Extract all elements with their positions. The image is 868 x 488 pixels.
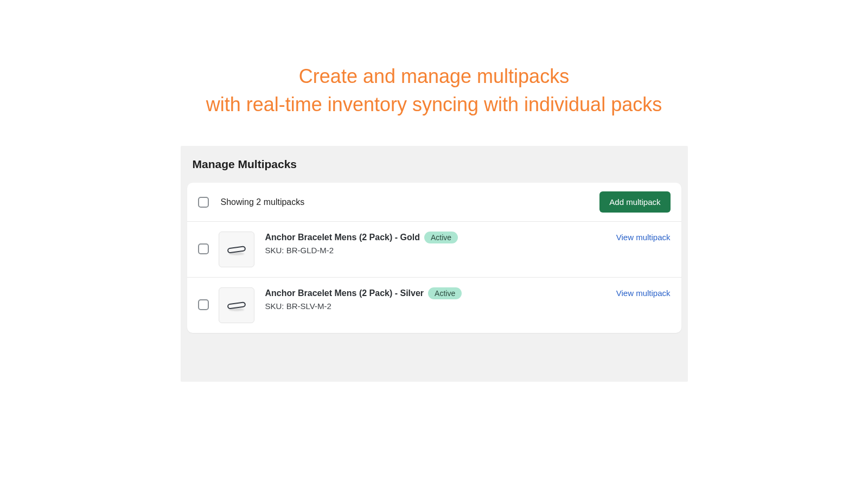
card-header: Showing 2 multipacks Add multipack [187, 183, 681, 222]
status-badge: Active [424, 232, 458, 243]
hero-heading: Create and manage multipacks with real-t… [0, 0, 868, 146]
product-title: Anchor Bracelet Mens (2 Pack) - Gold [265, 233, 420, 242]
results-count: Showing 2 multipacks [221, 197, 305, 207]
product-sku: SKU: BR-SLV-M-2 [265, 301, 616, 311]
product-thumbnail [219, 287, 254, 323]
panel-title: Manage Multipacks [181, 158, 688, 183]
view-multipack-link[interactable]: View multipack [616, 288, 671, 298]
product-sku: SKU: BR-GLD-M-2 [265, 246, 616, 255]
status-badge: Active [428, 287, 462, 299]
product-thumbnail [219, 232, 254, 267]
hero-line-2: with real-time inventory syncing with in… [0, 91, 868, 119]
product-title: Anchor Bracelet Mens (2 Pack) - Silver [265, 288, 424, 298]
row-body: Anchor Bracelet Mens (2 Pack) - Silver A… [265, 287, 616, 311]
multipack-row: Anchor Bracelet Mens (2 Pack) - Silver A… [187, 278, 681, 333]
hero-line-1: Create and manage multipacks [0, 62, 868, 91]
select-all-checkbox[interactable] [198, 197, 209, 208]
add-multipack-button[interactable]: Add multipack [599, 191, 670, 213]
multipack-row: Anchor Bracelet Mens (2 Pack) - Gold Act… [187, 222, 681, 278]
manage-multipacks-panel: Manage Multipacks Showing 2 multipacks A… [181, 146, 688, 382]
row-body: Anchor Bracelet Mens (2 Pack) - Gold Act… [265, 232, 616, 255]
select-row-checkbox[interactable] [198, 243, 209, 254]
view-multipack-link[interactable]: View multipack [616, 233, 671, 242]
select-row-checkbox[interactable] [198, 299, 209, 310]
multipacks-card: Showing 2 multipacks Add multipack Ancho… [187, 183, 681, 333]
